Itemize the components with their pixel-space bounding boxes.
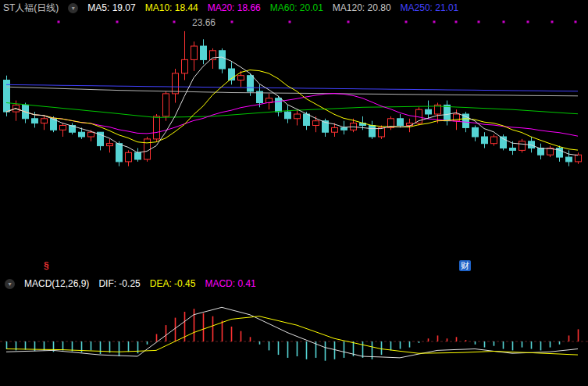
macd-params-label[interactable]: MACD(12,26,9) [24, 278, 89, 289]
ma120-label: MA120: 20.80 [333, 2, 391, 13]
peak-price-label: 23.66 [192, 17, 216, 28]
event-marker-financial[interactable]: 财 [459, 260, 471, 271]
chevron-down-icon[interactable]: ▾ [68, 3, 78, 13]
main-chart-header: ST人福(日线) ▾ MA5: 19.07 MA10: 18.44 MA20: … [3, 2, 458, 13]
event-marker-announcement[interactable]: § [44, 260, 49, 271]
indicator-header: ▾ MACD(12,26,9) DIF: -0.25 DEA: -0.45 MA… [5, 278, 256, 289]
macd-value-label: MACD: 0.41 [205, 278, 255, 289]
ma60-label: MA60: 20.01 [270, 2, 323, 13]
ma10-label: MA10: 18.44 [145, 2, 198, 13]
stock-chart-app: ST人福(日线) ▾ MA5: 19.07 MA10: 18.44 MA20: … [0, 0, 588, 386]
symbol-title[interactable]: ST人福(日线) [3, 2, 59, 13]
chevron-down-icon[interactable]: ▾ [5, 279, 15, 289]
ma20-label: MA20: 18.66 [208, 2, 261, 13]
dea-value-label: DEA: -0.45 [150, 278, 196, 289]
ma5-label: MA5: 19.07 [87, 2, 135, 13]
dif-value-label: DIF: -0.25 [98, 278, 140, 289]
chart-canvas[interactable] [0, 0, 588, 386]
ma250-label: MA250: 21.01 [401, 2, 459, 13]
